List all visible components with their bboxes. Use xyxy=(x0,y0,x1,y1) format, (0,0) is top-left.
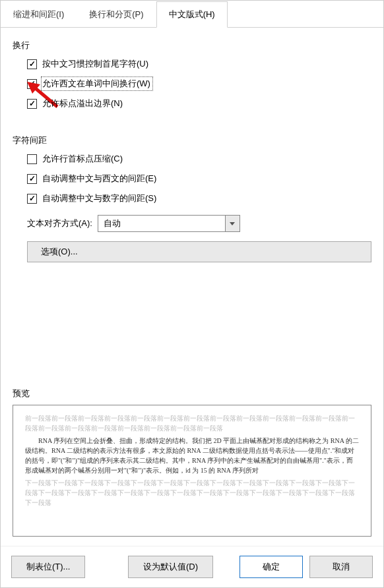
tab-bar: 缩进和间距(I) 换行和分页(P) 中文版式(H) xyxy=(1,1,383,28)
button-label: 制表位(T)... xyxy=(26,562,70,572)
checkbox-label: 自动调整中文与西文的间距(E) xyxy=(42,173,156,185)
text-align-label: 文本对齐方式(A): xyxy=(27,218,92,229)
options-button[interactable]: 选项(O)... xyxy=(27,241,371,262)
set-default-button[interactable]: 设为默认值(D) xyxy=(128,556,213,578)
checkbox-icon xyxy=(27,174,37,184)
button-label: 确定 xyxy=(263,562,280,572)
group-spacing-label: 字符间距 xyxy=(13,134,371,146)
paragraph-dialog: 缩进和间距(I) 换行和分页(P) 中文版式(H) 换行 按中文习惯控制首尾字符… xyxy=(0,0,384,588)
checkbox-label: 自动调整中文与数字的间距(S) xyxy=(42,192,156,204)
text-align-combobox[interactable]: 自动 xyxy=(98,215,240,232)
preview-label: 预览 xyxy=(13,388,371,399)
check-compress-punct[interactable]: 允许行首标点压缩(C) xyxy=(27,153,371,165)
button-label: 设为默认值(D) xyxy=(143,562,198,572)
checkbox-label: 允许西文在单词中间换行(W) xyxy=(42,78,152,90)
check-cjk-first-last[interactable]: 按中文习惯控制首尾字符(U) xyxy=(27,58,371,70)
content-area: 换行 按中文习惯控制首尾字符(U) 允许西文在单词中间换行(W) 允许标点溢出边… xyxy=(1,28,383,546)
tab-label: 缩进和间距(I) xyxy=(13,9,64,19)
group-linebreak-label: 换行 xyxy=(13,40,371,51)
tab-indent-spacing[interactable]: 缩进和间距(I) xyxy=(1,1,77,28)
tab-label: 换行和分页(P) xyxy=(89,9,143,19)
preview-box: 前一段落前一段落前一段落前一段落前一段落前一段落前一段落前一段落前一段落前一段落… xyxy=(13,405,371,537)
tab-line-page-breaks[interactable]: 换行和分页(P) xyxy=(77,1,156,28)
checkbox-icon xyxy=(27,99,37,109)
button-label: 取消 xyxy=(333,562,350,572)
tabs-button[interactable]: 制表位(T)... xyxy=(11,556,85,578)
checkbox-icon xyxy=(27,154,37,164)
preview-ghost-before: 前一段落前一段落前一段落前一段落前一段落前一段落前一段落前一段落前一段落前一段落… xyxy=(25,413,359,433)
checkbox-icon xyxy=(27,194,37,204)
check-auto-cjk-digit[interactable]: 自动调整中文与数字的间距(S) xyxy=(27,192,371,204)
checkbox-label: 允许标点溢出边界(N) xyxy=(42,98,123,109)
tab-chinese-typography[interactable]: 中文版式(H) xyxy=(156,1,228,28)
dialog-footer: 制表位(T)... 设为默认值(D) 确定 取消 xyxy=(1,546,383,587)
preview-ghost-after: 下一段落下一段落下一段落下一段落下一段落下一段落下一段落下一段落下一段落下一段落… xyxy=(25,478,359,508)
ok-button[interactable]: 确定 xyxy=(240,556,303,578)
button-label: 选项(O)... xyxy=(41,247,78,256)
check-auto-cjk-latin[interactable]: 自动调整中文与西文的间距(E) xyxy=(27,173,371,185)
check-punct-overflow[interactable]: 允许标点溢出边界(N) xyxy=(27,98,371,109)
chevron-down-icon xyxy=(230,222,235,225)
preview-core-text: RNA 序列在空间上会折叠、扭曲，形成特定的结构。我们把 2D 平面上由碱基配对… xyxy=(25,436,359,475)
tab-label: 中文版式(H) xyxy=(169,9,215,19)
checkbox-icon xyxy=(27,59,37,69)
combobox-dropdown-button[interactable] xyxy=(225,216,240,231)
text-align-row: 文本对齐方式(A): 自动 xyxy=(27,215,371,232)
checkbox-label: 按中文习惯控制首尾字符(U) xyxy=(42,58,148,70)
cancel-button[interactable]: 取消 xyxy=(309,556,373,578)
checkbox-icon xyxy=(27,79,37,89)
checkbox-label: 允许行首标点压缩(C) xyxy=(42,153,123,165)
combobox-value: 自动 xyxy=(98,216,225,231)
check-latin-wrap[interactable]: 允许西文在单词中间换行(W) xyxy=(27,78,371,90)
